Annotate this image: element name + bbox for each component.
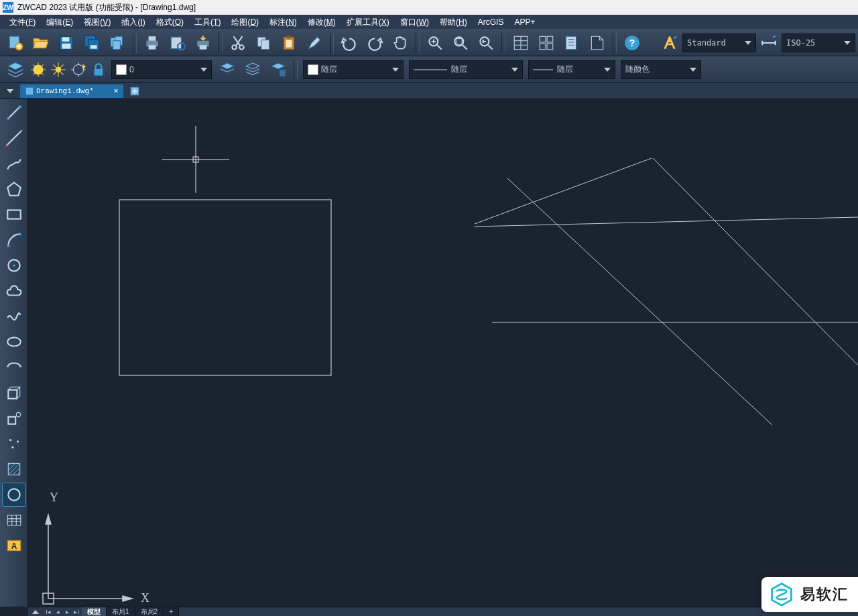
line-tool[interactable] — [2, 101, 26, 125]
close-tab-button[interactable]: × — [114, 87, 119, 95]
revcloud-tool[interactable] — [2, 279, 26, 303]
help-button[interactable]: ? — [620, 31, 644, 55]
menu-edit[interactable]: 编辑(E) — [41, 15, 78, 29]
undo-button[interactable] — [337, 31, 361, 55]
smart-mouse-button[interactable] — [585, 31, 609, 55]
plot-preview-button[interactable] — [166, 31, 190, 55]
menu-view[interactable]: 视图(V) — [78, 15, 116, 29]
layout-tab-model[interactable]: 模型 — [82, 607, 107, 617]
match-properties-button[interactable] — [302, 31, 326, 55]
new-tab-button[interactable] — [129, 85, 141, 97]
svg-rect-27 — [456, 39, 463, 45]
layer-walk-button[interactable] — [241, 58, 265, 82]
tab-menu-icon[interactable] — [7, 89, 13, 93]
pan-button[interactable] — [388, 31, 412, 55]
menu-arcgis[interactable]: ArcGIS — [473, 16, 509, 28]
save-button[interactable] — [54, 31, 78, 55]
batch-sheet-button[interactable] — [105, 31, 129, 55]
circle-icon — [5, 257, 23, 274]
layer-lock-icon[interactable] — [89, 58, 108, 82]
text-style-tool[interactable] — [658, 31, 682, 55]
drawing-canvas[interactable]: Y X — [28, 99, 858, 607]
text-style-dropdown[interactable]: Standard — [682, 34, 756, 52]
layout-tab-1[interactable]: 布局1 — [107, 607, 135, 617]
menu-draw[interactable]: 绘图(D) — [226, 15, 264, 29]
layer-freeze-icon[interactable] — [49, 58, 68, 82]
ellipse-arc-tool[interactable] — [2, 355, 26, 379]
menu-window[interactable]: 窗口(W) — [395, 15, 434, 29]
plotstyle-dropdown[interactable]: 随颜色 — [621, 60, 701, 79]
watermark-logo-icon — [770, 582, 794, 607]
menu-dimension[interactable]: 标注(N) — [264, 15, 302, 29]
zoom-realtime-button[interactable] — [423, 31, 447, 55]
design-center-button[interactable] — [534, 31, 558, 55]
point-tool[interactable] — [2, 432, 26, 456]
dim-style-dropdown[interactable]: ISO-25 — [782, 34, 855, 52]
menu-insert[interactable]: 插入(I) — [116, 15, 150, 29]
svg-rect-57 — [8, 417, 15, 424]
layout-menu-icon[interactable] — [32, 610, 39, 614]
menu-extend[interactable]: 扩展工具(X) — [341, 15, 395, 29]
chevron-down-icon — [745, 41, 751, 45]
layout-tab-2[interactable]: 布局2 — [135, 607, 164, 617]
properties-palette-button[interactable] — [509, 31, 533, 55]
polygon-tool[interactable] — [2, 177, 26, 201]
dim-style-icon — [760, 34, 778, 52]
color-dropdown[interactable]: 随层 — [303, 60, 404, 79]
svg-text:A: A — [11, 542, 17, 551]
layer-new-icon[interactable] — [69, 58, 88, 82]
menu-format[interactable]: 格式(O) — [151, 15, 189, 29]
insert-block-tool[interactable] — [2, 381, 26, 405]
svg-point-52 — [18, 233, 21, 235]
new-file-button[interactable] — [3, 31, 27, 55]
menu-app-plus[interactable]: APP+ — [509, 16, 540, 28]
layer-dropdown[interactable]: 0 — [111, 60, 212, 79]
make-block-tool[interactable] — [2, 406, 26, 430]
publish-button[interactable] — [191, 31, 215, 55]
file-tab-active[interactable]: Drawing1.dwg* × — [20, 84, 123, 98]
nav-last[interactable]: ▸І — [72, 609, 80, 615]
print-button[interactable] — [140, 31, 164, 55]
nav-next[interactable]: ▸ — [63, 609, 71, 615]
nav-prev[interactable]: ◂ — [54, 609, 62, 615]
arc-tool[interactable] — [2, 228, 26, 252]
dim-style-tool[interactable] — [757, 31, 781, 55]
point-icon — [5, 435, 23, 452]
layer-manager-button[interactable] — [3, 58, 27, 82]
menu-help[interactable]: 帮助(H) — [434, 15, 473, 29]
ellipse-tool[interactable] — [2, 330, 26, 354]
spline-tool[interactable] — [2, 304, 26, 328]
layer-states-button[interactable] — [266, 58, 290, 82]
toolbar-separator — [501, 33, 505, 53]
mtext-tool[interactable]: A — [2, 534, 26, 558]
xline-tool[interactable] — [2, 126, 26, 150]
save-all-button[interactable] — [80, 31, 104, 55]
copy-button[interactable] — [251, 31, 275, 55]
open-file-button[interactable] — [29, 31, 53, 55]
linetype-dropdown[interactable]: 随层 — [409, 60, 523, 79]
toolbar-separator — [294, 60, 298, 80]
menu-file[interactable]: 文件(F) — [4, 15, 41, 29]
watermark: 易软汇 — [761, 577, 858, 612]
region-tool[interactable] — [2, 483, 26, 507]
layer-previous-button[interactable] — [215, 58, 239, 82]
paste-button[interactable] — [277, 31, 301, 55]
table-tool[interactable] — [2, 508, 26, 532]
layout-tab-add[interactable]: + — [164, 607, 179, 617]
zoom-window-button[interactable] — [448, 31, 473, 55]
layer-on-icon[interactable] — [29, 58, 48, 82]
nav-first[interactable]: І◂ — [44, 609, 52, 615]
tool-palettes-button[interactable] — [560, 31, 584, 55]
menu-tools[interactable]: 工具(T) — [189, 15, 226, 29]
circle-tool[interactable] — [2, 253, 26, 278]
menu-modify[interactable]: 修改(M) — [302, 15, 341, 29]
layer-toolbar: 0 随层 随层 随层 随颜色 — [0, 56, 858, 83]
zoom-previous-button[interactable] — [474, 31, 498, 55]
redo-button[interactable] — [363, 31, 387, 55]
rectangle-tool[interactable] — [2, 202, 26, 227]
hatch-tool[interactable] — [2, 457, 26, 481]
cut-button[interactable] — [226, 31, 250, 55]
lineweight-dropdown[interactable]: 随层 — [528, 60, 615, 79]
polyline-tool[interactable] — [2, 151, 26, 176]
svg-marker-49 — [7, 182, 21, 196]
